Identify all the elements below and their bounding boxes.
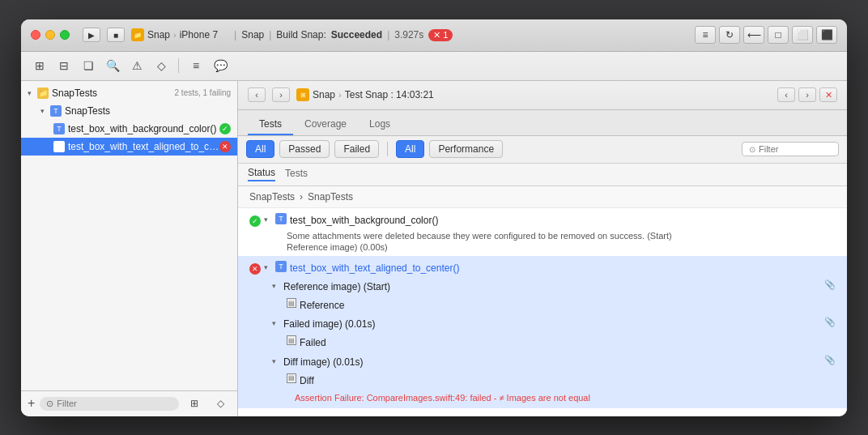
test2-row[interactable]: ✕ ▾ T test_box_with_text_aligned_to_cent…: [238, 259, 847, 278]
traffic-lights: [31, 30, 70, 40]
filter-failed-button[interactable]: Failed: [334, 140, 379, 158]
test1-name: test_box_with_background_color(): [290, 213, 836, 228]
diff-file-label: Diff: [300, 373, 836, 389]
test1-section: ✓ ▾ T test_box_with_background_color() S…: [238, 208, 847, 256]
test1-subtext2: Reference image) (0.00s): [238, 241, 847, 253]
back-button[interactable]: ‹: [248, 87, 266, 102]
test2-fail-badge: ✕: [219, 141, 231, 152]
root-meta: 2 tests, 1 failing: [175, 88, 231, 97]
toolbar-separator-1: [178, 58, 179, 73]
clone-button[interactable]: ❏: [78, 57, 99, 75]
group-triangle: ▾: [40, 107, 50, 115]
filter-search-input[interactable]: [759, 144, 832, 154]
filter-bar: All Passed Failed All Performance ⊙: [238, 136, 847, 164]
error-badge: ✕ 1: [428, 29, 453, 41]
tab-coverage[interactable]: Coverage: [293, 114, 358, 135]
titlebar: ▶ ■ 📁 Snap › iPhone 7 | Snap | Build Sna…: [21, 19, 847, 52]
status-tab-status[interactable]: Status: [248, 167, 275, 181]
attachment3-row[interactable]: ▾ Diff image) (0.01s) 📎: [238, 353, 847, 372]
forward-button[interactable]: ›: [272, 87, 290, 102]
right-back-btn[interactable]: ‹: [777, 87, 795, 102]
refresh-button[interactable]: ↻: [719, 26, 740, 44]
comment-button[interactable]: 💬: [210, 57, 231, 75]
multi-pane-button[interactable]: ⬛: [816, 26, 837, 44]
attachment1-row[interactable]: ▾ Reference image) (Start) 📎: [238, 278, 847, 296]
back-forward-button[interactable]: ⟵: [743, 26, 764, 44]
test1-pass-icon: ✓: [249, 213, 261, 227]
filter-passed-button[interactable]: Passed: [279, 140, 330, 158]
minimize-button[interactable]: [45, 30, 55, 40]
stop-button[interactable]: ■: [107, 28, 125, 42]
test1-label: test_box_with_background_color(): [68, 123, 219, 134]
test1-row[interactable]: ✓ ▾ T test_box_with_background_color(): [238, 211, 847, 230]
test2-label: test_box_with_text_aligned_to_center(): [68, 141, 219, 152]
list-view-button[interactable]: ≡: [695, 26, 716, 44]
sidebar-grid-btn[interactable]: ⊞: [184, 394, 205, 412]
test1-subtext1: Some attachments were deleted because th…: [238, 230, 847, 241]
right-close-btn[interactable]: ✕: [819, 87, 837, 102]
play-button[interactable]: ▶: [83, 28, 100, 42]
maximize-button[interactable]: [60, 30, 70, 40]
test2-icon: T: [53, 141, 65, 152]
test2-fail-icon: ✕: [249, 261, 261, 275]
tab-logs[interactable]: Logs: [358, 114, 402, 135]
split-pane-button[interactable]: ⬜: [792, 26, 813, 44]
reference-image-icon: ▤: [287, 298, 296, 308]
diamond-button[interactable]: ◇: [151, 57, 172, 75]
sidebar-diamond-btn[interactable]: ◇: [210, 394, 231, 412]
right-test-label: Test Snap : 14:03:21: [345, 89, 434, 100]
reference-file-row[interactable]: ▤ Reference: [238, 296, 847, 315]
breadcrumb-sep-1: ›: [173, 30, 177, 40]
sidebar-test-2[interactable]: T test_box_with_text_aligned_to_center()…: [21, 138, 237, 156]
clip-icon-1: 📎: [824, 279, 836, 290]
search-button[interactable]: 🔍: [102, 57, 123, 75]
error-icon: ✕: [433, 30, 440, 41]
tab-tests[interactable]: Tests: [248, 114, 293, 135]
warning-button[interactable]: ⚠: [126, 57, 147, 75]
device-label: iPhone 7: [180, 29, 218, 41]
tabs-bar: Tests Coverage Logs: [238, 110, 847, 136]
right-snap-label: Snap: [313, 89, 335, 100]
build-label: Build Snap:: [276, 29, 326, 41]
root-triangle: ▾: [28, 89, 37, 97]
right-breadcrumb: ⊞ Snap › Test Snap : 14:03:21: [296, 88, 434, 101]
main-window: ▶ ■ 📁 Snap › iPhone 7 | Snap | Build Sna…: [21, 19, 847, 416]
grid-view-button[interactable]: ⊞: [29, 57, 50, 75]
failed-file-label: Failed: [300, 335, 836, 351]
clip-icon-2: 📎: [824, 317, 836, 327]
right-forward-btn[interactable]: ›: [798, 87, 816, 102]
test2-triangle: ▾: [264, 261, 275, 271]
att1-label: Reference image) (Start): [283, 279, 821, 295]
titlebar-breadcrumb: 📁 Snap › iPhone 7: [131, 28, 218, 41]
titlebar-right-buttons: ≡ ↻ ⟵ □ ⬜ ⬛: [695, 26, 837, 44]
attachment2-row[interactable]: ▾ Failed image) (0.01s) 📎: [238, 315, 847, 334]
sidebar-group-item[interactable]: ▾ T SnapTests: [21, 102, 237, 120]
results-content: SnapTests › SnapTests ✓ ▾ T test_box_wit…: [238, 186, 847, 416]
sidebar-filter[interactable]: ⊙: [40, 397, 179, 411]
filter-all-perf-button[interactable]: All: [396, 140, 424, 158]
failed-file-row[interactable]: ▤ Failed: [238, 334, 847, 352]
snap-folder-icon: 📁: [131, 28, 144, 41]
filter-search-icon: ⊙: [749, 145, 755, 154]
failed-image-icon: ▤: [287, 335, 296, 345]
att1-triangle: ▾: [272, 279, 283, 290]
list-button[interactable]: ≡: [185, 57, 206, 75]
status-tab-tests[interactable]: Tests: [285, 168, 308, 181]
single-pane-button[interactable]: □: [768, 26, 789, 44]
sidebar-test-1[interactable]: T test_box_with_background_color() ✓: [21, 120, 237, 138]
right-snap-icon: ⊞: [296, 88, 309, 101]
status-tabs: Status Tests: [238, 164, 847, 186]
test1-triangle: ▾: [264, 213, 275, 224]
sidebar-filter-input[interactable]: [57, 399, 172, 408]
add-button[interactable]: +: [28, 397, 35, 410]
filter-all-button[interactable]: All: [246, 140, 274, 158]
clip-icon-3: 📎: [824, 355, 836, 365]
filter-performance-button[interactable]: Performance: [429, 140, 503, 158]
path-1: SnapTests: [249, 191, 295, 203]
test1-icon: T: [53, 123, 65, 134]
sidebar-root-item[interactable]: ▾ 📁 SnapTests 2 tests, 1 failing: [21, 84, 237, 102]
close-button[interactable]: [31, 30, 40, 40]
hierarchy-button[interactable]: ⊟: [53, 57, 74, 75]
diff-file-row[interactable]: ▤ Diff: [238, 372, 847, 390]
root-folder-icon: 📁: [37, 87, 49, 99]
